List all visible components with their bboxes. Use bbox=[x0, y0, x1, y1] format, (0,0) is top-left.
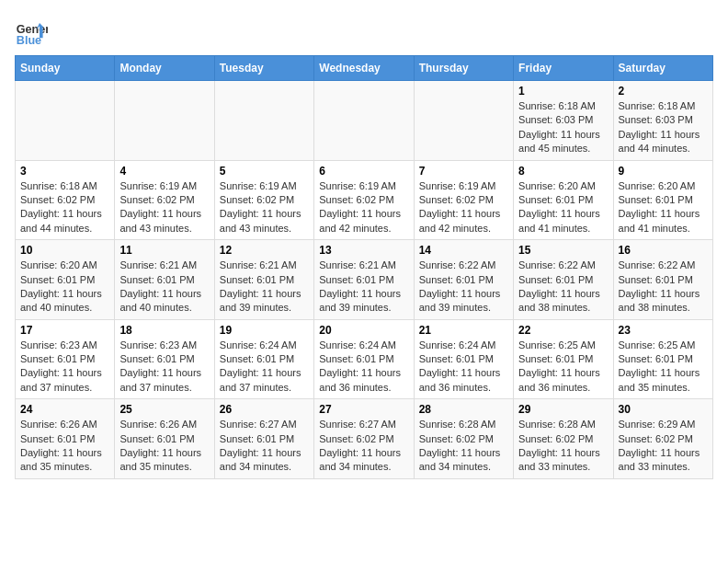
column-header-tuesday: Tuesday bbox=[214, 56, 313, 81]
calendar-cell bbox=[16, 81, 115, 161]
day-info: Sunrise: 6:27 AM Sunset: 6:02 PM Dayligh… bbox=[319, 418, 408, 475]
calendar-cell: 2Sunrise: 6:18 AM Sunset: 6:03 PM Daylig… bbox=[613, 81, 712, 161]
calendar-cell: 29Sunrise: 6:28 AM Sunset: 6:02 PM Dayli… bbox=[514, 399, 613, 479]
day-info: Sunrise: 6:21 AM Sunset: 6:01 PM Dayligh… bbox=[220, 259, 309, 316]
day-number: 5 bbox=[220, 165, 309, 178]
calendar-cell: 30Sunrise: 6:29 AM Sunset: 6:02 PM Dayli… bbox=[613, 399, 712, 479]
day-info: Sunrise: 6:25 AM Sunset: 6:01 PM Dayligh… bbox=[518, 339, 608, 396]
day-info: Sunrise: 6:22 AM Sunset: 6:01 PM Dayligh… bbox=[419, 259, 508, 316]
day-number: 24 bbox=[20, 403, 109, 416]
calendar-cell: 20Sunrise: 6:24 AM Sunset: 6:01 PM Dayli… bbox=[314, 319, 414, 399]
day-info: Sunrise: 6:20 AM Sunset: 6:01 PM Dayligh… bbox=[619, 179, 708, 236]
day-number: 2 bbox=[619, 85, 708, 98]
calendar-cell: 18Sunrise: 6:23 AM Sunset: 6:01 PM Dayli… bbox=[115, 319, 214, 399]
day-number: 30 bbox=[619, 403, 708, 416]
page-header: General Blue bbox=[15, 15, 713, 48]
day-number: 15 bbox=[518, 244, 608, 257]
day-number: 22 bbox=[518, 324, 608, 337]
day-info: Sunrise: 6:26 AM Sunset: 6:01 PM Dayligh… bbox=[119, 418, 209, 475]
calendar-cell: 27Sunrise: 6:27 AM Sunset: 6:02 PM Dayli… bbox=[314, 399, 414, 479]
day-info: Sunrise: 6:19 AM Sunset: 6:02 PM Dayligh… bbox=[220, 179, 309, 236]
day-info: Sunrise: 6:19 AM Sunset: 6:02 PM Dayligh… bbox=[419, 179, 508, 236]
day-number: 19 bbox=[220, 324, 309, 337]
day-number: 23 bbox=[619, 324, 708, 337]
day-info: Sunrise: 6:23 AM Sunset: 6:01 PM Dayligh… bbox=[20, 339, 109, 396]
calendar-cell: 23Sunrise: 6:25 AM Sunset: 6:01 PM Dayli… bbox=[613, 319, 712, 399]
calendar-cell: 8Sunrise: 6:20 AM Sunset: 6:01 PM Daylig… bbox=[514, 160, 613, 240]
day-info: Sunrise: 6:22 AM Sunset: 6:01 PM Dayligh… bbox=[619, 259, 708, 316]
day-info: Sunrise: 6:27 AM Sunset: 6:01 PM Dayligh… bbox=[220, 418, 309, 475]
day-number: 3 bbox=[20, 165, 109, 178]
day-info: Sunrise: 6:21 AM Sunset: 6:01 PM Dayligh… bbox=[119, 259, 209, 316]
day-info: Sunrise: 6:19 AM Sunset: 6:02 PM Dayligh… bbox=[119, 179, 209, 236]
day-number: 17 bbox=[20, 324, 109, 337]
calendar-cell: 15Sunrise: 6:22 AM Sunset: 6:01 PM Dayli… bbox=[514, 240, 613, 320]
day-number: 11 bbox=[119, 244, 209, 257]
calendar-cell: 24Sunrise: 6:26 AM Sunset: 6:01 PM Dayli… bbox=[16, 399, 115, 479]
day-number: 21 bbox=[419, 324, 508, 337]
calendar-cell: 19Sunrise: 6:24 AM Sunset: 6:01 PM Dayli… bbox=[214, 319, 313, 399]
calendar-cell bbox=[314, 81, 414, 161]
calendar-cell bbox=[214, 81, 313, 161]
svg-text:Blue: Blue bbox=[17, 34, 41, 47]
day-number: 10 bbox=[20, 244, 109, 257]
day-info: Sunrise: 6:24 AM Sunset: 6:01 PM Dayligh… bbox=[220, 339, 309, 396]
day-info: Sunrise: 6:24 AM Sunset: 6:01 PM Dayligh… bbox=[319, 339, 408, 396]
calendar-cell: 7Sunrise: 6:19 AM Sunset: 6:02 PM Daylig… bbox=[414, 160, 513, 240]
column-header-wednesday: Wednesday bbox=[314, 56, 414, 81]
calendar-cell: 26Sunrise: 6:27 AM Sunset: 6:01 PM Dayli… bbox=[214, 399, 313, 479]
calendar-cell bbox=[414, 81, 513, 161]
calendar-cell: 22Sunrise: 6:25 AM Sunset: 6:01 PM Dayli… bbox=[514, 319, 613, 399]
day-info: Sunrise: 6:23 AM Sunset: 6:01 PM Dayligh… bbox=[119, 339, 209, 396]
day-number: 8 bbox=[518, 165, 608, 178]
day-number: 1 bbox=[518, 85, 608, 98]
day-info: Sunrise: 6:20 AM Sunset: 6:01 PM Dayligh… bbox=[20, 259, 109, 316]
day-info: Sunrise: 6:25 AM Sunset: 6:01 PM Dayligh… bbox=[619, 339, 708, 396]
day-number: 4 bbox=[119, 165, 209, 178]
logo-icon: General Blue bbox=[15, 15, 48, 48]
column-header-saturday: Saturday bbox=[613, 56, 712, 81]
calendar-cell: 21Sunrise: 6:24 AM Sunset: 6:01 PM Dayli… bbox=[414, 319, 513, 399]
day-number: 13 bbox=[319, 244, 408, 257]
calendar-cell bbox=[115, 81, 214, 161]
calendar-cell: 25Sunrise: 6:26 AM Sunset: 6:01 PM Dayli… bbox=[115, 399, 214, 479]
day-number: 7 bbox=[419, 165, 508, 178]
day-number: 25 bbox=[119, 403, 209, 416]
calendar-cell: 28Sunrise: 6:28 AM Sunset: 6:02 PM Dayli… bbox=[414, 399, 513, 479]
day-info: Sunrise: 6:26 AM Sunset: 6:01 PM Dayligh… bbox=[20, 418, 109, 475]
day-number: 27 bbox=[319, 403, 408, 416]
day-number: 14 bbox=[419, 244, 508, 257]
day-info: Sunrise: 6:18 AM Sunset: 6:03 PM Dayligh… bbox=[619, 99, 708, 156]
day-info: Sunrise: 6:28 AM Sunset: 6:02 PM Dayligh… bbox=[419, 418, 508, 475]
calendar-table: SundayMondayTuesdayWednesdayThursdayFrid… bbox=[15, 55, 713, 479]
calendar-cell: 3Sunrise: 6:18 AM Sunset: 6:02 PM Daylig… bbox=[16, 160, 115, 240]
day-info: Sunrise: 6:19 AM Sunset: 6:02 PM Dayligh… bbox=[319, 179, 408, 236]
day-info: Sunrise: 6:18 AM Sunset: 6:02 PM Dayligh… bbox=[20, 179, 109, 236]
calendar-cell: 12Sunrise: 6:21 AM Sunset: 6:01 PM Dayli… bbox=[214, 240, 313, 320]
day-number: 16 bbox=[619, 244, 708, 257]
calendar-cell: 9Sunrise: 6:20 AM Sunset: 6:01 PM Daylig… bbox=[613, 160, 712, 240]
column-header-thursday: Thursday bbox=[414, 56, 513, 81]
day-info: Sunrise: 6:18 AM Sunset: 6:03 PM Dayligh… bbox=[518, 99, 608, 156]
day-number: 9 bbox=[619, 165, 708, 178]
calendar-cell: 13Sunrise: 6:21 AM Sunset: 6:01 PM Dayli… bbox=[314, 240, 414, 320]
calendar-cell: 16Sunrise: 6:22 AM Sunset: 6:01 PM Dayli… bbox=[613, 240, 712, 320]
day-info: Sunrise: 6:20 AM Sunset: 6:01 PM Dayligh… bbox=[518, 179, 608, 236]
day-info: Sunrise: 6:21 AM Sunset: 6:01 PM Dayligh… bbox=[319, 259, 408, 316]
day-info: Sunrise: 6:22 AM Sunset: 6:01 PM Dayligh… bbox=[518, 259, 608, 316]
day-number: 26 bbox=[220, 403, 309, 416]
day-number: 20 bbox=[319, 324, 408, 337]
calendar-body: 1Sunrise: 6:18 AM Sunset: 6:03 PM Daylig… bbox=[16, 81, 713, 479]
calendar-cell: 6Sunrise: 6:19 AM Sunset: 6:02 PM Daylig… bbox=[314, 160, 414, 240]
calendar-cell: 4Sunrise: 6:19 AM Sunset: 6:02 PM Daylig… bbox=[115, 160, 214, 240]
calendar-cell: 1Sunrise: 6:18 AM Sunset: 6:03 PM Daylig… bbox=[514, 81, 613, 161]
column-header-sunday: Sunday bbox=[16, 56, 115, 81]
calendar-cell: 17Sunrise: 6:23 AM Sunset: 6:01 PM Dayli… bbox=[16, 319, 115, 399]
day-number: 12 bbox=[220, 244, 309, 257]
calendar-cell: 11Sunrise: 6:21 AM Sunset: 6:01 PM Dayli… bbox=[115, 240, 214, 320]
day-number: 18 bbox=[119, 324, 209, 337]
day-info: Sunrise: 6:29 AM Sunset: 6:02 PM Dayligh… bbox=[619, 418, 708, 475]
day-number: 6 bbox=[319, 165, 408, 178]
day-number: 29 bbox=[518, 403, 608, 416]
day-info: Sunrise: 6:24 AM Sunset: 6:01 PM Dayligh… bbox=[419, 339, 508, 396]
